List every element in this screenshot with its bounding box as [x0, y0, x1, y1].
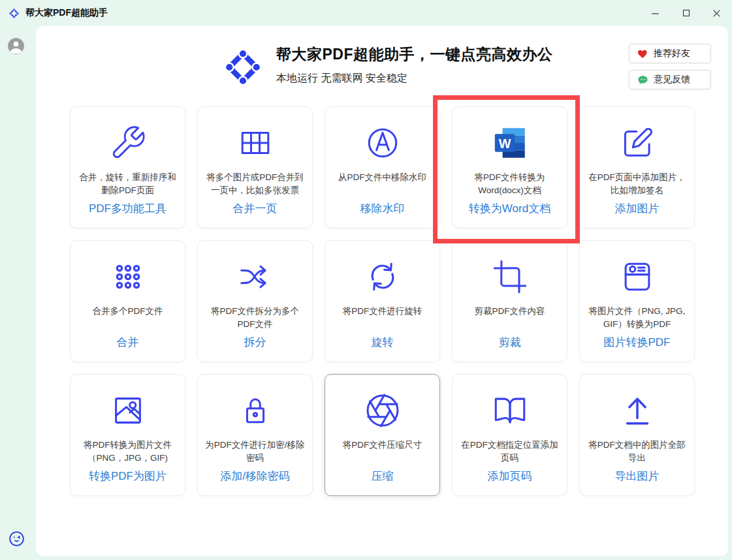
maximize-button[interactable] — [671, 0, 701, 26]
tool-card-rotate[interactable]: 将PDF文件进行旋转 旋转 — [325, 240, 440, 362]
tool-description: 将PDF文件拆分为多个PDF文件 — [198, 305, 312, 332]
hero-header: 帮大家PDF超能助手，一键点亮高效办公 本地运行 无需联网 安全稳定 — [224, 44, 553, 86]
chat-icon — [637, 74, 648, 86]
page-title: 帮大家PDF超能助手，一键点亮高效办公 — [276, 44, 553, 65]
tool-card-merge-one-page[interactable]: 将多个图片或PDF合并到一页中，比如多张发票 合并一页 — [197, 106, 313, 228]
tool-description: 将PDF文件转换为Word(docx)文档 — [453, 171, 567, 198]
page-subtitle: 本地运行 无需联网 安全稳定 — [276, 72, 553, 86]
dots-grid-icon — [108, 257, 148, 297]
wrench-icon — [108, 123, 148, 163]
tool-action-link[interactable]: 转换PDF为图片 — [89, 469, 167, 495]
tool-action-link[interactable]: 拆分 — [244, 335, 266, 362]
tool-description: 将多个图片或PDF合并到一页中，比如多张发票 — [198, 171, 312, 198]
tool-description: 剪裁PDF文件内容 — [469, 305, 551, 332]
tool-description: 将图片文件（PNG, JPG, GIF）转换为PDF — [580, 305, 694, 332]
main-panel: 帮大家PDF超能助手，一键点亮高效办公 本地运行 无需联网 安全稳定 推荐好友 … — [36, 26, 728, 556]
table-icon — [235, 123, 276, 163]
tool-card-export-images[interactable]: 将PDF文档中的图片全部导出 导出图片 — [579, 374, 695, 496]
tool-card-add-image[interactable]: 在PDF页面中添加图片，比如增加签名 添加图片 — [579, 106, 695, 228]
tool-action-link[interactable]: 添加图片 — [615, 201, 660, 228]
tool-description: 将PDF文件压缩尺寸 — [337, 439, 428, 466]
tool-description: 将PDF文档中的图片全部导出 — [580, 439, 694, 466]
aperture-icon — [362, 390, 403, 431]
svg-text:W: W — [498, 136, 511, 151]
tool-action-link[interactable]: 压缩 — [372, 469, 394, 495]
tool-action-link[interactable]: 导出图片 — [615, 469, 660, 495]
tool-description: 合并多个PDF文件 — [87, 305, 169, 332]
tool-action-link[interactable]: 合并一页 — [233, 201, 278, 228]
tool-description: 从PDF文件中移除水印 — [332, 171, 432, 198]
edit-icon — [617, 123, 658, 163]
tool-card-pdf-to-image[interactable]: 将PDF转换为图片文件（PNG，JPG，GIF) 转换PDF为图片 — [70, 374, 185, 496]
tool-action-link[interactable]: 添加/移除密码 — [220, 469, 290, 495]
tool-action-link[interactable]: 旋转 — [372, 335, 394, 362]
tool-card-split[interactable]: 将PDF文件拆分为多个PDF文件 拆分 — [197, 240, 313, 362]
tool-action-link[interactable]: 图片转换PDF — [604, 335, 671, 362]
recommend-friends-label: 推荐好友 — [654, 48, 690, 59]
tool-action-link[interactable]: 转换为Word文档 — [469, 201, 550, 228]
crop-icon — [490, 257, 530, 297]
recommend-friends-button[interactable]: 推荐好友 — [629, 44, 711, 63]
tool-action-link[interactable]: 合并 — [117, 335, 139, 362]
tool-card-pdf-to-word[interactable]: W 将PDF文件转换为Word(docx)文档 转换为Word文档 — [452, 106, 567, 228]
rotate-icon — [362, 257, 403, 297]
tool-action-link[interactable]: PDF多功能工具 — [89, 201, 167, 228]
maximize-icon — [682, 9, 690, 17]
lock-icon — [235, 390, 276, 431]
minimize-icon — [651, 9, 660, 18]
tool-action-link[interactable]: 剪裁 — [499, 335, 521, 362]
upload-icon — [617, 390, 658, 431]
heart-icon — [637, 48, 648, 59]
word-icon: W — [490, 123, 530, 163]
user-avatar[interactable] — [7, 37, 25, 55]
tool-card-pdf-multitool[interactable]: 合并，旋转，重新排序和删除PDF页面 PDF多功能工具 — [70, 106, 185, 228]
tool-description: 合并，旋转，重新排序和删除PDF页面 — [71, 171, 185, 198]
tool-card-remove-watermark[interactable]: 从PDF文件中移除水印 移除水印 — [325, 106, 440, 228]
image-to-pdf-icon — [617, 257, 658, 297]
tool-description: 为PDF文件进行加密/移除密码 — [198, 439, 312, 466]
feedback-smiley-icon[interactable] — [8, 530, 25, 548]
tool-action-link[interactable]: 添加页码 — [488, 469, 532, 495]
feedback-button[interactable]: 意见反馈 — [629, 70, 711, 89]
watermark-icon — [362, 123, 403, 163]
close-button[interactable] — [701, 0, 732, 26]
shuffle-icon — [235, 257, 276, 297]
tool-card-image-to-pdf[interactable]: 将图片文件（PNG, JPG, GIF）转换为PDF 图片转换PDF — [579, 240, 695, 362]
tool-card-merge[interactable]: 合并多个PDF文件 合并 — [70, 240, 185, 362]
tool-description: 将PDF转换为图片文件（PNG，JPG，GIF) — [71, 439, 185, 466]
tool-card-page-number[interactable]: 在PDF文档指定位置添加页码 添加页码 — [452, 374, 567, 496]
app-logo-icon — [8, 8, 20, 19]
tool-card-password[interactable]: 为PDF文件进行加密/移除密码 添加/移除密码 — [197, 374, 313, 496]
window-controls — [640, 0, 732, 26]
minimize-button[interactable] — [640, 0, 671, 26]
tool-card-crop[interactable]: 剪裁PDF文件内容 剪裁 — [452, 240, 567, 362]
tool-action-link[interactable]: 移除水印 — [360, 201, 405, 228]
tool-description: 将PDF文件进行旋转 — [337, 305, 428, 332]
tool-card-compress[interactable]: 将PDF文件压缩尺寸 压缩 — [325, 374, 440, 496]
tools-grid: 合并，旋转，重新排序和删除PDF页面 PDF多功能工具 将多个图片或PDF合并到… — [70, 106, 695, 496]
app-title: 帮大家PDF超能助手 — [25, 7, 108, 19]
title-bar: 帮大家PDF超能助手 — [0, 0, 732, 26]
feedback-label: 意见反馈 — [654, 74, 690, 86]
hero-text: 帮大家PDF超能助手，一键点亮高效办公 本地运行 无需联网 安全稳定 — [276, 44, 553, 86]
close-icon — [712, 9, 721, 18]
image-icon — [108, 390, 148, 431]
brand-logo-icon — [224, 48, 262, 86]
tool-description: 在PDF文档指定位置添加页码 — [453, 439, 567, 466]
tool-description: 在PDF页面中添加图片，比如增加签名 — [580, 171, 694, 198]
book-icon — [490, 390, 530, 431]
